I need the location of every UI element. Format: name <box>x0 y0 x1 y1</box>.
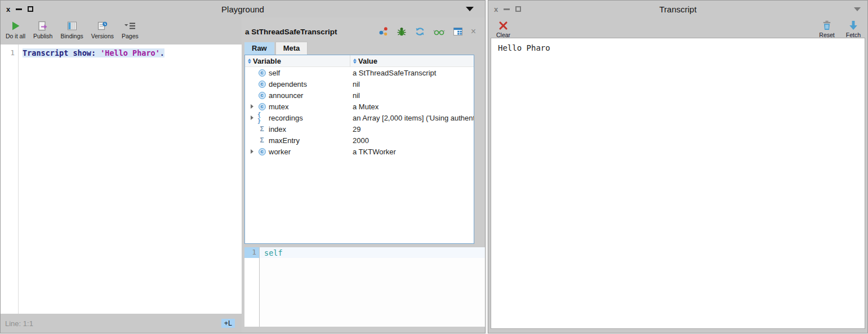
transcript-titlebar: x Transcript <box>488 1 867 17</box>
bindings-icon <box>66 20 78 32</box>
table-row[interactable]: mutex a Mutex <box>245 101 474 112</box>
inspector-eval-pane[interactable]: 1 self <box>244 247 485 327</box>
add-line-button[interactable]: +L <box>221 319 235 328</box>
tab-raw[interactable]: Raw <box>244 42 274 55</box>
sigma-icon <box>257 125 266 133</box>
minimize-window-icon[interactable] <box>504 8 510 10</box>
playground-toolbar: Do it all Publish Bindings <box>1 17 242 44</box>
column-label: Value <box>358 57 377 65</box>
refresh-icon[interactable] <box>415 26 425 37</box>
table-row[interactable]: dependents nil <box>245 78 474 90</box>
code-editor[interactable]: 1 Transcript show: 'Hello Pharo'. <box>1 44 242 314</box>
table-row[interactable]: announcer nil <box>245 90 474 101</box>
table-row[interactable]: maxEntry 2000 <box>245 135 474 146</box>
publish-icon <box>37 20 48 32</box>
inspector-header: a StThreadSafeTranscript <box>242 23 485 40</box>
variable-name: index <box>269 125 286 133</box>
inspector-tabs: Raw Meta <box>242 40 485 55</box>
variable-name: dependents <box>269 80 307 88</box>
class-icon <box>257 103 266 110</box>
object-graph-icon[interactable] <box>379 26 389 37</box>
minimize-window-icon[interactable] <box>16 8 22 10</box>
button-label: Bindings <box>60 33 83 39</box>
transcript-output-area[interactable]: Hello Pharo <box>491 38 865 329</box>
browse-glasses-icon[interactable] <box>433 28 445 36</box>
window-controls: x <box>494 6 521 13</box>
pages-button[interactable]: Pages <box>120 20 140 39</box>
close-window-icon[interactable]: x <box>494 6 498 13</box>
class-icon <box>257 69 266 77</box>
window-title: Playground <box>1 5 485 14</box>
pointers-table-icon[interactable] <box>453 27 463 36</box>
expand-triangle-icon[interactable] <box>251 115 253 120</box>
button-label: Pages <box>122 33 139 39</box>
variable-value: 29 <box>350 125 474 133</box>
braces-icon <box>257 112 266 124</box>
variable-value: nil <box>350 80 474 88</box>
variable-name: mutex <box>269 103 288 111</box>
code-receiver: Transcript <box>23 48 68 57</box>
table-row[interactable]: recordings an Array [2,000 items] ('Usin… <box>245 112 474 123</box>
maximize-window-icon[interactable] <box>28 6 33 12</box>
column-header-value[interactable]: Value <box>350 55 474 66</box>
window-controls: x <box>6 6 33 13</box>
eval-code-line: self <box>260 247 485 258</box>
inspector-pane: a StThreadSafeTranscript <box>242 17 485 333</box>
versions-button[interactable]: Versions <box>90 20 115 39</box>
variable-table: Variable Value self a StThreadSafeTransc… <box>244 55 474 244</box>
code-area[interactable]: Transcript show: 'Hello Pharo'. <box>19 44 242 314</box>
clear-button[interactable]: Clear <box>496 20 510 38</box>
debug-bug-icon[interactable] <box>397 26 407 37</box>
publish-button[interactable]: Publish <box>32 20 54 39</box>
pages-menu-icon <box>123 20 136 32</box>
class-icon <box>257 148 266 155</box>
transcript-window: x Transcript Clear Reset <box>488 0 868 333</box>
editor-statusbar: Line: 1:1 +L <box>1 314 242 333</box>
class-icon <box>257 81 266 88</box>
sigma-icon <box>257 136 266 144</box>
variable-value: a Mutex <box>350 103 474 111</box>
reset-button[interactable]: Reset <box>819 20 834 38</box>
versions-icon <box>97 20 108 32</box>
bindings-button[interactable]: Bindings <box>59 20 84 39</box>
variable-name: recordings <box>269 114 303 122</box>
close-window-icon[interactable]: x <box>6 6 10 13</box>
class-icon <box>257 92 266 99</box>
transcript-toolbar: Clear Reset Fetch <box>488 17 867 38</box>
variable-value: a TKTWorker <box>350 148 474 156</box>
maximize-window-icon[interactable] <box>515 6 521 12</box>
toolbar-left-group: Clear <box>496 20 510 38</box>
playground-titlebar: x Playground <box>1 1 485 17</box>
fetch-arrow-icon <box>849 20 858 31</box>
window-menu-caret-icon[interactable] <box>466 7 474 11</box>
do-it-all-button[interactable]: Do it all <box>4 20 27 39</box>
button-label: Do it all <box>6 33 25 39</box>
window-title: Transcript <box>488 5 867 14</box>
eval-code-area[interactable]: self <box>260 247 485 327</box>
variable-value: a StThreadSafeTranscript <box>350 69 474 77</box>
line-number: 1 <box>10 48 15 57</box>
inspector-toolbar: × <box>379 26 476 37</box>
variable-value: an Array [2,000 items] ('Using authentif… <box>350 114 474 122</box>
window-menu-caret-icon[interactable] <box>854 7 861 11</box>
fetch-button[interactable]: Fetch <box>846 20 861 38</box>
line-number: 1 <box>244 247 259 258</box>
button-label: Versions <box>91 33 114 39</box>
table-row[interactable]: worker a TKTWorker <box>245 146 474 157</box>
eval-line-number-gutter: 1 <box>244 247 259 327</box>
table-row[interactable]: self a StThreadSafeTranscript <box>245 67 474 78</box>
code-terminator: . <box>160 48 164 57</box>
expand-triangle-icon[interactable] <box>251 104 253 109</box>
expand-triangle-icon[interactable] <box>251 149 253 154</box>
variable-name: announcer <box>269 91 303 100</box>
clear-x-icon <box>498 20 508 31</box>
table-header: Variable Value <box>245 55 474 67</box>
column-header-variable[interactable]: Variable <box>245 55 350 66</box>
close-inspector-icon[interactable]: × <box>471 27 476 36</box>
table-row[interactable]: index 29 <box>245 123 474 135</box>
sort-icon <box>248 59 251 64</box>
button-label: Publish <box>33 33 52 39</box>
playground-window: x Playground Do it all Publish <box>0 0 486 333</box>
tab-meta[interactable]: Meta <box>275 42 308 55</box>
code-selector: show: <box>68 48 100 57</box>
